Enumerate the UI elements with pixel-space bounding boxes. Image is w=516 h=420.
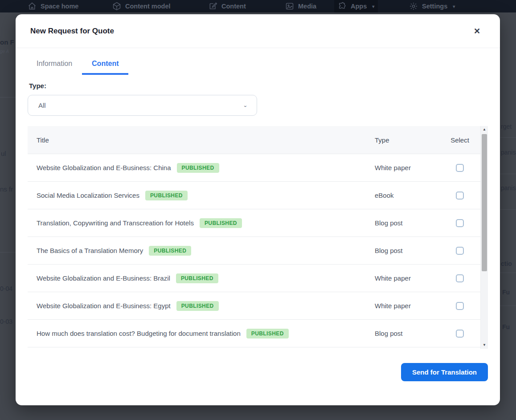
entry-title: Website Globalization and E-Business: Br… (37, 274, 170, 282)
row-select-cell (439, 219, 480, 227)
bg-divider (0, 97, 16, 98)
dialog-footer: Send for Translation (16, 349, 500, 381)
published-status-badge: PUBLISHED (246, 329, 289, 338)
row-select-checkbox[interactable] (456, 330, 464, 338)
bg-fragment: 0-04 (0, 285, 12, 292)
close-icon[interactable]: ✕ (474, 27, 480, 35)
table-row: Translation, Copywriting and Transcreati… (28, 209, 480, 237)
published-status-badge: PUBLISHED (176, 301, 219, 311)
row-select-checkbox[interactable] (456, 302, 464, 310)
chevron-down-icon: ▾ (372, 4, 374, 9)
dialog-header: New Request for Quote ✕ (16, 14, 500, 48)
published-status-badge: PUBLISHED (176, 273, 218, 283)
puzzle-icon (338, 2, 347, 11)
entry-title: Translation, Copywriting and Transcreati… (37, 219, 194, 227)
row-select-checkbox[interactable] (456, 219, 464, 227)
table-row: Social Media Localization Services PUBLI… (28, 182, 480, 209)
published-status-badge: PUBLISHED (145, 191, 188, 200)
gear-icon (409, 2, 418, 11)
bg-fragment: rget (501, 123, 512, 130)
bg-fragment: 0-03 (0, 318, 12, 325)
row-select-checkbox[interactable] (456, 192, 464, 200)
row-select-cell (439, 274, 480, 282)
bg-divider (0, 252, 16, 253)
row-title-cell: Website Globalization and E-Business: Br… (28, 273, 375, 283)
home-icon (28, 2, 37, 11)
entry-type: White paper (375, 274, 439, 282)
media-icon (285, 2, 294, 11)
bg-fragment: ge A (0, 49, 9, 54)
row-select-checkbox[interactable] (456, 247, 464, 255)
row-select-cell (439, 192, 480, 200)
entry-type: Blog post (375, 330, 439, 337)
table-row: The Basics of a Translation Memory PUBLI… (28, 237, 480, 265)
tab-information[interactable]: Information (27, 60, 82, 75)
bg-divider (500, 174, 516, 174)
nav-item-settings[interactable]: Settings ▾ (405, 0, 459, 12)
bg-fragment: panis (501, 149, 516, 156)
send-for-translation-button[interactable]: Send for Translation (401, 363, 488, 381)
top-navbar: Space home Content model Content Media A… (0, 0, 516, 12)
entry-title: Website Globalization and E-Business: Eg… (37, 302, 171, 310)
entry-type: Blog post (375, 247, 439, 254)
bg-divider (500, 306, 516, 306)
row-title-cell: How much does translation cost? Budgetin… (28, 329, 375, 338)
bg-divider (500, 137, 516, 138)
published-status-badge: PUBLISHED (200, 218, 242, 228)
compose-icon (209, 2, 217, 11)
entry-type: Blog post (375, 219, 439, 227)
table-row: Website Globalization and E-Business: Br… (28, 265, 480, 292)
entry-type: eBook (375, 192, 439, 199)
nav-item-label: Space home (41, 3, 78, 10)
column-header-title: Title (28, 136, 375, 144)
bg-divider (500, 209, 516, 210)
bg-fragment: panis (501, 184, 516, 192)
bg-fragment: Fu (502, 323, 510, 330)
table-scrollbar[interactable]: ▲ ▼ (480, 126, 488, 349)
entry-title: How much does translation cost? Budgetin… (37, 330, 241, 337)
row-title-cell: Website Globalization and E-Business: Ch… (28, 163, 375, 173)
nav-item-label: Content model (125, 3, 171, 10)
content-table-main: Title Type Select Website Globalization … (28, 126, 480, 349)
row-select-cell (439, 302, 480, 310)
entry-title: The Basics of a Translation Memory (37, 247, 143, 254)
type-select[interactable]: All ⌄ (28, 95, 257, 116)
nav-item-content-model[interactable]: Content model (109, 0, 174, 12)
bg-fragment: Fu (502, 289, 510, 296)
entry-title: Website Globalization and E-Business: Ch… (37, 164, 171, 171)
new-request-for-quote-dialog: New Request for Quote ✕ Information Cont… (16, 14, 500, 405)
scroll-down-icon[interactable]: ▼ (481, 342, 488, 349)
nav-item-content[interactable]: Content (205, 0, 250, 12)
entry-type: White paper (375, 302, 439, 310)
dialog-tabs: Information Content (27, 60, 500, 75)
table-row: Website Globalization and E-Business: Ch… (28, 154, 480, 182)
table-row: How much does translation cost? Budgetin… (28, 320, 480, 347)
tab-content[interactable]: Content (82, 60, 128, 75)
bg-fragment: ul (1, 150, 6, 157)
chevron-down-icon: ⌄ (243, 103, 248, 108)
nav-item-media[interactable]: Media (282, 0, 320, 12)
nav-item-label: Settings (422, 3, 447, 10)
nav-item-label: Media (298, 3, 316, 10)
nav-item-space-home[interactable]: Space home (24, 0, 82, 12)
entry-type: White paper (375, 164, 439, 171)
bg-divider (500, 273, 516, 273)
published-status-badge: PUBLISHED (177, 163, 219, 173)
bg-fragment: ns fr (0, 185, 13, 193)
bg-fragment: ctio (501, 260, 512, 267)
scrollbar-thumb[interactable] (482, 134, 487, 271)
row-select-checkbox[interactable] (456, 274, 464, 282)
table-header-row: Title Type Select (28, 126, 480, 154)
row-select-cell (439, 164, 480, 172)
column-header-select: Select (439, 136, 480, 144)
type-select-value: All (38, 102, 46, 109)
row-select-checkbox[interactable] (456, 164, 464, 172)
nav-item-label: Content (221, 3, 246, 10)
dialog-title: New Request for Quote (30, 27, 114, 36)
nav-item-label: Apps (351, 3, 367, 10)
published-status-badge: PUBLISHED (149, 246, 191, 256)
column-header-type: Type (375, 136, 439, 144)
row-title-cell: Social Media Localization Services PUBLI… (28, 191, 375, 200)
nav-item-apps[interactable]: Apps ▾ (334, 0, 378, 12)
scroll-up-icon[interactable]: ▲ (481, 126, 488, 133)
